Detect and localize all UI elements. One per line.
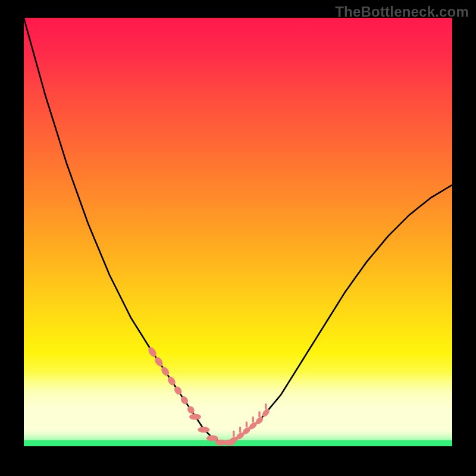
svg-point-3 — [166, 375, 177, 387]
svg-point-5 — [180, 395, 190, 406]
svg-point-0 — [146, 346, 158, 358]
svg-point-2 — [159, 365, 170, 377]
svg-point-21 — [206, 436, 218, 441]
marker-strip-bottom — [189, 414, 236, 446]
bottleneck-curve — [24, 18, 452, 442]
svg-point-23 — [224, 440, 236, 446]
marker-cluster-left — [146, 346, 196, 415]
curve-svg — [24, 18, 452, 446]
marker-cluster-right — [228, 405, 271, 444]
chart-root: TheBottleneck.com — [0, 0, 476, 476]
svg-point-4 — [173, 385, 183, 396]
svg-point-1 — [153, 356, 164, 368]
svg-point-6 — [186, 405, 196, 415]
watermark-text: TheBottleneck.com — [335, 4, 469, 20]
svg-point-20 — [198, 427, 209, 433]
svg-point-19 — [189, 414, 201, 420]
plot-area — [24, 18, 452, 446]
